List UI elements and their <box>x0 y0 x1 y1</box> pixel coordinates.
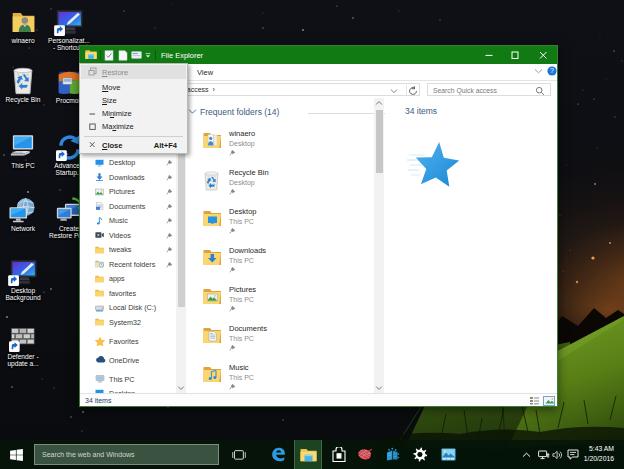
svg-text:?: ? <box>550 67 554 74</box>
